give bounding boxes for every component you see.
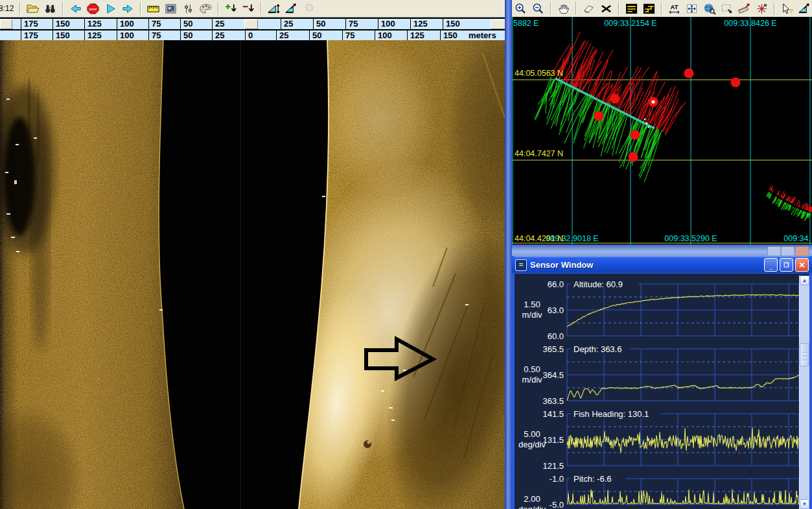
zoom-in-button[interactable] — [512, 1, 529, 16]
chart-scale-label: 5.00 — [524, 429, 540, 439]
minimize-button[interactable]: _ — [764, 258, 778, 272]
stop-button[interactable]: STOP — [84, 1, 102, 16]
ruler-tick-separator — [443, 19, 443, 29]
track-steps-icon — [642, 3, 656, 15]
target-dot[interactable] — [631, 130, 640, 140]
chart-ytick-label: -5.0 — [550, 500, 564, 509]
stop-icon: STOP — [86, 3, 100, 15]
signal-sliders-button[interactable] — [180, 1, 197, 16]
center-view-button[interactable] — [683, 1, 701, 16]
ruler-tick-label: 150 — [446, 19, 460, 29]
chart-scale-label: 0.50 — [524, 364, 540, 374]
ruler-tick-label: 125 — [410, 31, 424, 40]
chart-ytick-label: 131.5 — [542, 435, 564, 445]
image-display-button[interactable] — [162, 1, 180, 16]
time-display: 8:12 — [0, 4, 16, 13]
track-steps-button[interactable] — [640, 1, 658, 16]
disabled-tool-button[interactable] — [300, 1, 318, 16]
ghost-close-button — [795, 246, 809, 256]
toolbar-separator — [140, 2, 141, 15]
ruler-tick-separator — [180, 30, 181, 40]
palette-button[interactable] — [197, 1, 215, 16]
open-file-button[interactable] — [24, 1, 41, 16]
target-dot[interactable] — [594, 112, 604, 121]
chart-scale-label: 2.00 — [524, 494, 540, 504]
delete-x-icon — [599, 3, 613, 15]
chart-title-heading: Fish Heading: 130.1 — [574, 409, 649, 419]
play-button[interactable] — [102, 1, 119, 16]
target-dot[interactable] — [731, 78, 741, 88]
zoom-out-button[interactable] — [529, 1, 547, 16]
target-dot[interactable] — [610, 94, 620, 104]
text-size-button[interactable]: AT — [666, 1, 683, 16]
toolbar-separator — [218, 2, 219, 15]
delete-x-button[interactable] — [597, 1, 615, 16]
ruler-button[interactable] — [145, 1, 162, 16]
disabled-tool-icon — [302, 3, 316, 15]
search-binoculars-button[interactable] — [41, 1, 59, 16]
ruler-icon — [146, 3, 160, 15]
chart-scale-label: m/div — [522, 310, 542, 320]
globe-zoom-button[interactable] — [701, 1, 718, 16]
ruler-button[interactable] — [0, 19, 12, 29]
chart-scale-label: deg/div — [518, 440, 546, 449]
cursor-query-button[interactable]: ? — [778, 1, 796, 16]
remove-marker-button[interactable] — [240, 1, 257, 16]
svg-text:N: N — [764, 3, 767, 7]
toolbar-left: 8:12 STOP — [0, 0, 505, 18]
ruler-button[interactable] — [244, 19, 258, 29]
ruler-tick-label: 0 — [248, 31, 253, 40]
scrollbar-thumb[interactable] — [800, 343, 809, 366]
ruler-tick-separator — [378, 19, 378, 29]
ruler-tick-label: 50 — [312, 31, 321, 40]
add-marker-icon — [224, 3, 238, 15]
eraser-button[interactable] — [580, 1, 597, 16]
measure-distance-icon — [737, 3, 751, 15]
chart-ytick-label: -1.0 — [550, 474, 564, 484]
ruler-tick-label: 75 — [152, 19, 161, 29]
chart-ytick-label: 364.5 — [542, 370, 564, 380]
toolbar-separator — [261, 2, 262, 15]
sonar-waterfall[interactable] — [0, 40, 505, 509]
ruler-tick-label: 150 — [56, 19, 70, 29]
sensor-scrollbar[interactable]: ▲ ▼ — [799, 276, 809, 509]
close-button[interactable]: ✕ — [795, 258, 809, 272]
navigation-map[interactable]: 5882 E009:33.2154 E009:33.8426 E009:32.9… — [512, 17, 812, 244]
remove-marker-icon — [242, 3, 255, 15]
target-dot[interactable] — [629, 152, 638, 162]
rewind-button[interactable] — [67, 1, 84, 16]
ruler-tick-separator — [117, 30, 117, 40]
ruler-tick-separator — [245, 30, 246, 40]
measure-setup-button[interactable] — [796, 1, 812, 16]
forward-button[interactable] — [119, 1, 137, 16]
maximize-button[interactable]: ❐ — [780, 258, 793, 272]
north-reference-button[interactable]: N — [753, 1, 771, 16]
ruler-tick-separator — [52, 19, 53, 29]
measure-distance-button[interactable] — [736, 1, 753, 16]
ruler-button[interactable] — [491, 19, 505, 29]
toolbar-separator — [774, 2, 775, 15]
ruler-tick-separator — [342, 30, 343, 40]
track-lines-button[interactable] — [623, 1, 640, 16]
ruler-tick-label: 175 — [24, 19, 38, 29]
pan-hand-button[interactable] — [555, 1, 572, 16]
chart-scale-label: 1.50 — [524, 300, 540, 309]
ruler-tick-separator — [281, 19, 281, 29]
sensor-strip-charts: 66.063.060.01.50m/divAltitude: 60.9365.5… — [515, 274, 800, 509]
measure-diagonal-button[interactable] — [283, 1, 300, 16]
pane-divider[interactable] — [505, 0, 512, 509]
scrollbar-down-icon[interactable]: ▼ — [800, 499, 809, 509]
ruler-tick-label: 50 — [183, 19, 192, 29]
signal-sliders-icon — [181, 3, 195, 15]
chart-ytick-label: 363.5 — [542, 396, 564, 406]
pan-hand-icon — [557, 3, 570, 15]
add-marker-button[interactable] — [222, 1, 240, 16]
sensor-window-titlebar[interactable]: ≈ Sensor Window _ ❐ ✕ — [512, 256, 812, 274]
select-area-button[interactable] — [718, 1, 736, 16]
scrollbar-up-icon[interactable]: ▲ — [800, 276, 809, 285]
ruler-tick-separator — [375, 30, 375, 40]
target-dot[interactable] — [684, 69, 694, 78]
map-longitude-label: 009:33.2154 E — [604, 19, 656, 28]
measure-vertical-button[interactable] — [265, 1, 283, 16]
ruler-tick-label: 50 — [183, 31, 192, 40]
